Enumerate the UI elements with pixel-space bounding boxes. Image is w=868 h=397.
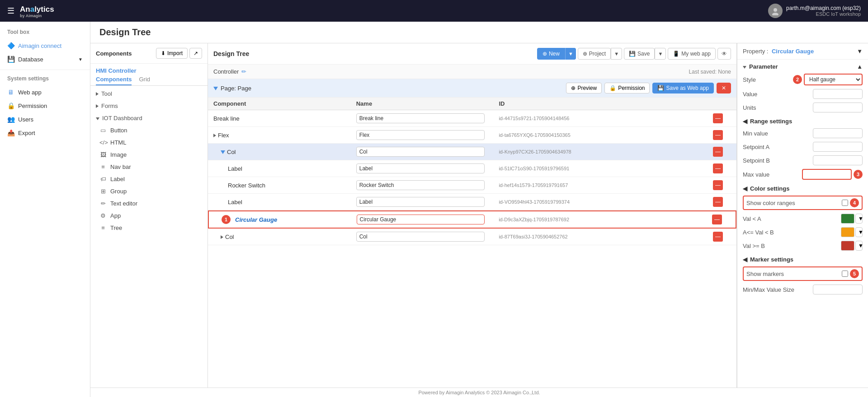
show-color-ranges-checkbox[interactable] bbox=[842, 200, 848, 206]
comp-item-tree[interactable]: ≡ Tree bbox=[90, 222, 208, 234]
eye-icon: 👁 bbox=[722, 51, 727, 57]
delete-label2-btn[interactable]: — bbox=[713, 197, 723, 207]
val-between-dropdown[interactable]: ▼ bbox=[855, 227, 863, 237]
user-info: parth.m@aimagin.com (esp32) ESDC IoT wor… bbox=[768, 4, 861, 18]
project-icon: ⊕ bbox=[583, 51, 587, 57]
comp-item-group[interactable]: ⊞ Group bbox=[90, 185, 208, 197]
components-panel-header: Components ⬇ Import ↗ bbox=[90, 43, 208, 64]
val-between-color-btn[interactable] bbox=[841, 227, 854, 237]
comp-group-tool[interactable]: Tool bbox=[90, 88, 208, 100]
sidebar-item-export[interactable]: 📤 Export bbox=[0, 126, 90, 140]
max-value-row: Max value 4095 3 bbox=[743, 169, 863, 180]
setpoint-b-input[interactable]: 66 bbox=[813, 155, 863, 165]
comp-group-iot[interactable]: IOT Dashboard bbox=[90, 112, 208, 124]
export-icon-button[interactable]: ↗ bbox=[189, 48, 202, 59]
sidebar-item-database[interactable]: 💾 Database ▼ bbox=[0, 52, 90, 66]
import-button[interactable]: ⬇ Import bbox=[156, 48, 188, 59]
components-list: Tool Forms IOT Dashboard ▭ Button bbox=[90, 86, 208, 388]
tab-hmi-controller[interactable]: HMI Controller bbox=[96, 67, 202, 74]
forms-group-arrow bbox=[96, 103, 99, 109]
comp-item-text-editor[interactable]: ✏ Text editor bbox=[90, 197, 208, 210]
circular-gauge-name-input[interactable] bbox=[357, 215, 485, 224]
delete-rocker-btn[interactable]: — bbox=[713, 180, 723, 190]
min-value-input[interactable]: 0 bbox=[813, 128, 863, 138]
delete-flex-btn[interactable]: — bbox=[713, 130, 723, 140]
marker-settings-header[interactable]: ◀ Marker settings bbox=[743, 256, 863, 263]
table-row: Break line id-44715s9721-1705904148456 — bbox=[208, 110, 736, 127]
comp-item-button[interactable]: ▭ Button bbox=[90, 124, 208, 136]
new-button[interactable]: ⊕ New bbox=[537, 48, 565, 60]
sidebar-item-users[interactable]: 👥 Users bbox=[0, 112, 90, 126]
sidebar-label-database: Database bbox=[18, 56, 43, 63]
comp-item-image[interactable]: 🖼 Image bbox=[90, 149, 208, 161]
save-dropdown-btn[interactable]: ▼ bbox=[655, 48, 666, 60]
comp-item-label[interactable]: 🏷 Label bbox=[90, 173, 208, 185]
show-markers-checkbox[interactable] bbox=[842, 271, 848, 277]
delete-break-line-btn[interactable]: — bbox=[713, 113, 723, 123]
delete-label1-btn[interactable]: — bbox=[713, 163, 723, 173]
setpoint-a-input[interactable]: 33 bbox=[813, 142, 863, 152]
lock-icon: 🔒 bbox=[609, 85, 616, 91]
style-select[interactable]: Half gauge Full gauge Arc gauge bbox=[804, 74, 863, 85]
val-less-a-row: Val < A ▼ bbox=[743, 214, 863, 224]
page-bar: Page: Page ⊕ Preview 🔒 Permission 💾 bbox=[208, 79, 736, 98]
val-greater-b-color-btn[interactable] bbox=[841, 241, 854, 251]
components-panel: Components ⬇ Import ↗ HMI Controller Com… bbox=[90, 43, 208, 388]
permission-button[interactable]: 🔒 Permission bbox=[604, 83, 650, 93]
close-page-button[interactable]: ✕ bbox=[717, 83, 731, 93]
badge-4: 4 bbox=[850, 198, 859, 207]
value-input[interactable]: 0 bbox=[813, 89, 863, 99]
tab-components[interactable]: Components bbox=[96, 76, 132, 85]
val-less-a-color-btn[interactable] bbox=[841, 214, 854, 224]
col2-name-input[interactable] bbox=[356, 232, 485, 242]
eye-button[interactable]: 👁 bbox=[717, 48, 731, 60]
tree-toolbar: ⊕ New ▼ ⊕ Project ▼ bbox=[537, 48, 731, 60]
flex-name-input[interactable] bbox=[356, 130, 485, 140]
sidebar-item-permission[interactable]: 🔒 Permission bbox=[0, 99, 90, 112]
my-web-app-button[interactable]: 📱 My web app bbox=[668, 48, 716, 60]
hamburger-icon[interactable]: ☰ bbox=[7, 6, 14, 16]
parameter-section-header[interactable]: Parameter ▲ bbox=[743, 63, 863, 70]
val-greater-b-dropdown[interactable]: ▼ bbox=[855, 241, 863, 251]
delete-col-btn[interactable]: — bbox=[713, 147, 723, 157]
comp-group-forms[interactable]: Forms bbox=[90, 100, 208, 112]
comp-item-navbar[interactable]: ≡ Nav bar bbox=[90, 161, 208, 173]
comp-item-html[interactable]: </> HTML bbox=[90, 136, 208, 149]
units-input[interactable] bbox=[813, 103, 863, 112]
delete-col2-btn[interactable]: — bbox=[713, 232, 723, 242]
edit-controller-icon[interactable]: ✏ bbox=[241, 68, 246, 75]
sidebar-label-webapp: Web app bbox=[18, 89, 42, 96]
new-dropdown-btn[interactable]: ▼ bbox=[565, 48, 576, 60]
rocker-name-input[interactable] bbox=[356, 180, 485, 190]
range-collapse-icon: ◀ bbox=[743, 118, 747, 125]
col-name-input[interactable] bbox=[356, 147, 485, 157]
sidebar-item-aimagin-connect[interactable]: 🔷 Aimagin connect bbox=[0, 39, 90, 52]
label2-name-input[interactable] bbox=[356, 197, 485, 207]
sidebar-item-web-app[interactable]: 🖥 Web app bbox=[0, 85, 90, 99]
preview-button[interactable]: ⊕ Preview bbox=[566, 83, 602, 93]
project-button[interactable]: ⊕ Project bbox=[578, 48, 611, 60]
min-max-size-input[interactable]: 0.5 bbox=[813, 285, 863, 294]
property-component-name: Circular Gauge bbox=[772, 48, 814, 55]
user-email: parth.m@aimagin.com (esp32) bbox=[786, 5, 861, 11]
save-as-web-button[interactable]: 💾 Save as Web app bbox=[652, 83, 714, 93]
label-comp-icon: 🏷 bbox=[99, 176, 107, 182]
delete-circular-btn[interactable]: — bbox=[712, 215, 722, 224]
max-value-input[interactable]: 4095 bbox=[802, 169, 852, 180]
project-dropdown-btn[interactable]: ▼ bbox=[611, 48, 622, 60]
color-settings-header[interactable]: ◀ Color settings bbox=[743, 185, 863, 192]
val-less-a-dropdown[interactable]: ▼ bbox=[855, 214, 863, 224]
label1-name-input[interactable] bbox=[356, 163, 485, 173]
min-max-size-label: Min/Max Value Size bbox=[743, 286, 813, 293]
design-tree-title: Design Tree bbox=[213, 50, 249, 57]
marker-settings-section: ◀ Marker settings Show markers 5 Min/Max bbox=[743, 256, 863, 294]
page-title: Design Tree bbox=[90, 22, 868, 43]
break-line-name-input[interactable] bbox=[356, 113, 485, 123]
range-settings-header[interactable]: ◀ Range settings bbox=[743, 118, 863, 125]
comp-item-app[interactable]: ⚙ App bbox=[90, 210, 208, 222]
collapse-icon[interactable]: ▼ bbox=[857, 48, 863, 55]
save-button[interactable]: 💾 Save bbox=[624, 48, 655, 60]
content-area: Design Tree Components ⬇ Import ↗ bbox=[90, 22, 868, 397]
tree-table: Component Name ID Break line id-44715s97… bbox=[208, 98, 736, 388]
tab-grid[interactable]: Grid bbox=[139, 76, 150, 85]
